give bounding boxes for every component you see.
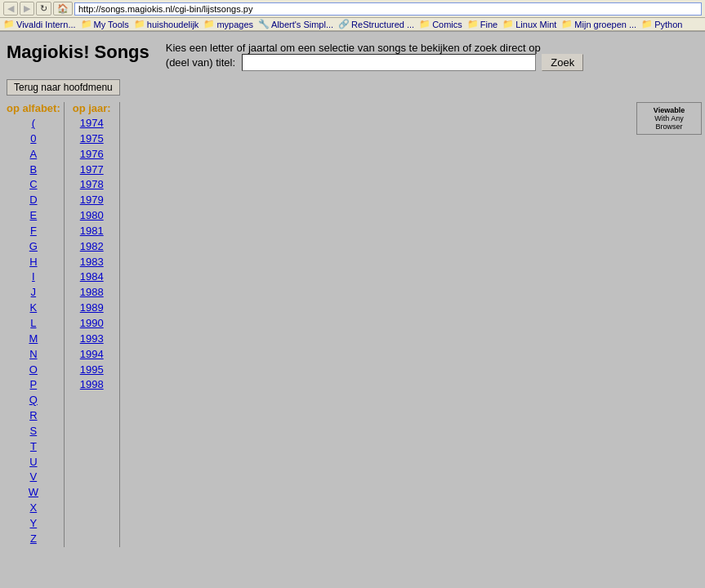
- search-description: Kies een letter of jaartal om een select…: [166, 42, 583, 71]
- folder-icon: 📁: [81, 19, 92, 29]
- bookmark-item[interactable]: 🔗 ReStructured ...: [338, 19, 414, 29]
- year-link[interactable]: 1998: [80, 377, 104, 393]
- search-area: Kies een letter of jaartal om een select…: [166, 42, 583, 71]
- alphabet-link[interactable]: J: [29, 285, 38, 301]
- bookmark-item[interactable]: 🔧 Albert's Simpl...: [258, 19, 333, 29]
- address-bar: [74, 2, 702, 16]
- year-link[interactable]: 1977: [80, 163, 104, 178]
- year-link[interactable]: 1980: [80, 208, 104, 224]
- bookmark-item[interactable]: 📁 Mijn groepen ...: [561, 19, 636, 29]
- alphabet-link[interactable]: P: [29, 377, 38, 393]
- folder-icon: 📁: [419, 19, 431, 29]
- back-nav-button[interactable]: ◀: [3, 2, 18, 16]
- site-title: Magiokis! Songs: [7, 42, 149, 63]
- year-link[interactable]: 1993: [80, 332, 104, 347]
- alphabet-link[interactable]: F: [29, 224, 38, 239]
- bookmark-item[interactable]: 📁 My Tools: [81, 19, 129, 29]
- bookmarks-bar: 📁 Vivaldi Intern... 📁 My Tools 📁 huishou…: [0, 18, 705, 31]
- bookmark-item[interactable]: 📁 Fine: [467, 19, 498, 29]
- folder-icon: 📁: [134, 19, 145, 29]
- year-link[interactable]: 1974: [80, 116, 104, 131]
- alphabet-link[interactable]: L: [29, 316, 38, 332]
- browser-chrome: ◀ ▶ ↻ 🏠 📁 Vivaldi Intern... 📁 My Tools 📁…: [0, 0, 705, 32]
- alphabet-link[interactable]: V: [29, 470, 38, 485]
- reload-button[interactable]: ↻: [36, 2, 51, 16]
- site-icon: 🔗: [338, 19, 350, 29]
- alphabet-links: (0ABCDEFGHIJKLMNOPQRSTUVWXYZ: [29, 116, 38, 547]
- folder-icon: 📁: [467, 19, 479, 29]
- alphabet-link[interactable]: Q: [29, 393, 38, 408]
- folder-icon: 📁: [203, 19, 215, 29]
- alphabet-link[interactable]: D: [29, 193, 38, 208]
- alphabet-link[interactable]: 0: [29, 131, 38, 147]
- page-header: Magiokis! Songs Kies een letter of jaart…: [3, 35, 702, 78]
- alphabet-link[interactable]: R: [29, 408, 38, 424]
- alphabet-link[interactable]: K: [29, 301, 38, 316]
- year-link[interactable]: 1983: [80, 255, 104, 270]
- year-links: 1974197519761977197819791980198119821983…: [80, 116, 104, 393]
- address-input[interactable]: [74, 2, 702, 16]
- year-link[interactable]: 1984: [80, 270, 104, 285]
- year-link[interactable]: 1981: [80, 224, 104, 239]
- year-link[interactable]: 1978: [80, 177, 104, 193]
- year-link[interactable]: 1990: [80, 316, 104, 332]
- folder-icon: 📁: [3, 19, 15, 29]
- bookmark-item[interactable]: 📁 mypages: [203, 19, 253, 29]
- alphabet-link[interactable]: X: [29, 501, 38, 516]
- alphabet-link[interactable]: G: [29, 239, 38, 255]
- folder-icon: 📁: [641, 19, 653, 29]
- viewable-badge: Viewable With Any Browser: [636, 102, 702, 135]
- year-link[interactable]: 1988: [80, 285, 104, 301]
- year-link[interactable]: 1979: [80, 193, 104, 208]
- alphabet-link[interactable]: H: [29, 255, 38, 270]
- year-link[interactable]: 1989: [80, 301, 104, 316]
- forward-nav-button[interactable]: ▶: [20, 2, 34, 16]
- alphabet-link[interactable]: B: [29, 163, 38, 178]
- bookmark-item[interactable]: 📁 Python: [641, 19, 682, 29]
- alphabet-link[interactable]: U: [29, 455, 38, 470]
- home-button[interactable]: 🏠: [53, 2, 73, 16]
- year-link[interactable]: 1982: [80, 239, 104, 255]
- alphabet-link[interactable]: C: [29, 177, 38, 193]
- year-header: op jaar:: [73, 102, 111, 114]
- alphabet-link[interactable]: E: [29, 208, 38, 224]
- alphabet-link[interactable]: M: [29, 332, 38, 347]
- bookmark-item[interactable]: 📁 Comics: [419, 19, 462, 29]
- bookmark-item[interactable]: 📁 Vivaldi Intern...: [3, 19, 76, 29]
- content-area: [120, 102, 702, 547]
- navigation-columns: op alfabet: (0ABCDEFGHIJKLMNOPQRSTUVWXYZ…: [3, 102, 702, 547]
- alphabet-link[interactable]: Y: [29, 516, 38, 532]
- back-to-main-button[interactable]: Terug naar hoofdmenu: [7, 79, 120, 96]
- alphabet-link[interactable]: A: [29, 147, 38, 163]
- page-content: Magiokis! Songs Kies een letter of jaart…: [0, 32, 705, 571]
- year-link[interactable]: 1995: [80, 363, 104, 378]
- nav-bar: ◀ ▶ ↻ 🏠: [0, 0, 705, 18]
- title-search-input[interactable]: [242, 54, 536, 71]
- year-column: op jaar: 1974197519761977197819791980198…: [65, 102, 120, 547]
- alphabet-link[interactable]: O: [29, 363, 38, 378]
- alphabet-column: op alfabet: (0ABCDEFGHIJKLMNOPQRSTUVWXYZ: [3, 102, 65, 547]
- alphabet-link[interactable]: Z: [29, 532, 38, 547]
- alphabet-header: op alfabet:: [7, 102, 60, 114]
- alphabet-link[interactable]: N: [29, 347, 38, 363]
- bookmark-item[interactable]: 📁 huishoudelijk: [134, 19, 199, 29]
- year-link[interactable]: 1994: [80, 347, 104, 363]
- folder-icon: 📁: [502, 19, 514, 29]
- bookmark-item[interactable]: 📁 Linux Mint: [502, 19, 556, 29]
- year-link[interactable]: 1976: [80, 147, 104, 163]
- alphabet-link[interactable]: T: [29, 439, 38, 455]
- year-link[interactable]: 1975: [80, 131, 104, 147]
- search-button[interactable]: Zoek: [542, 54, 583, 71]
- alphabet-link[interactable]: W: [29, 485, 38, 501]
- site-icon: 🔧: [258, 19, 270, 29]
- alphabet-link[interactable]: (: [29, 116, 38, 131]
- alphabet-link[interactable]: I: [29, 270, 38, 285]
- alphabet-link[interactable]: S: [29, 424, 38, 439]
- folder-icon: 📁: [561, 19, 573, 29]
